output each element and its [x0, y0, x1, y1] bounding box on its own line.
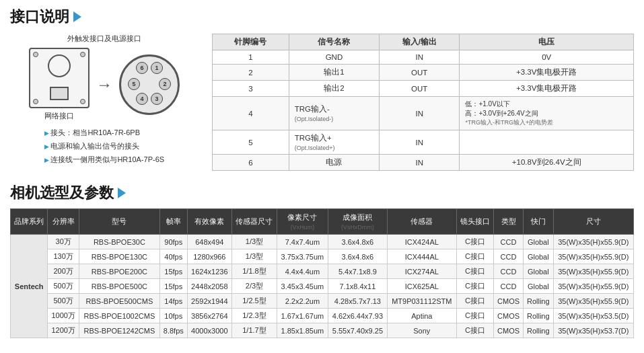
- cell: 1200万: [48, 323, 79, 338]
- cell: C接口: [456, 235, 493, 249]
- cell: RBS-BPOE200C: [79, 264, 159, 279]
- cell: 2448x2058: [187, 279, 231, 294]
- cell: 1000万: [48, 309, 79, 323]
- cell: Sony: [387, 323, 456, 338]
- col-lens: 镜头接口: [456, 209, 493, 235]
- cell: RBS-BPOE130C: [79, 249, 159, 264]
- table-row: 5 TRG输入+(Opt.Isolated+) IN: [213, 130, 634, 155]
- section2-title-arrow: [118, 188, 126, 198]
- page-wrapper: 接口说明 外触发接口及电源接口 网络接口 →: [0, 0, 644, 345]
- table-row: 200万RBS-BPOE200C15fps1624x12361/1.8型4.4x…: [11, 264, 634, 279]
- cell: 3.6x4.8x6: [328, 235, 387, 249]
- circular-connector: 1 6 2 5 3 4: [119, 54, 180, 115]
- table-row: 3 输出2 OUT +3.3V集电极开路: [213, 81, 634, 97]
- table-row: 130万RBS-BPOE130C40fps1280x9661/3型3.75x3.…: [11, 249, 634, 264]
- cell: 2592x1944: [187, 294, 231, 309]
- pin-col-io: 输入/输出: [380, 34, 460, 50]
- cell: 7.4x7.4um: [277, 235, 328, 249]
- pin-col-signal: 信号名称: [289, 34, 379, 50]
- screw-tl: [33, 52, 38, 57]
- cell: C接口: [456, 309, 493, 323]
- cell: ICX625AL: [387, 279, 456, 294]
- cell: C接口: [456, 279, 493, 294]
- bullet-item-1: 接头：相当HR10A-7R-6PB: [44, 126, 164, 140]
- col-shutter: 快门: [523, 209, 553, 235]
- section1-title-arrow: [73, 11, 81, 22]
- screw-tr: [80, 52, 85, 57]
- camera-box: [29, 48, 90, 108]
- table-row: 1200万RBS-BPOE1242CMS8.8fps4000x30001/1.7…: [11, 323, 634, 338]
- cell: 35(W)x35(H)x53.5(D): [553, 309, 633, 323]
- pin-col-voltage: 电压: [460, 34, 634, 50]
- pin-6: 6: [136, 62, 148, 74]
- cell: 1624x1236: [187, 264, 231, 279]
- cell: 1/3型: [232, 249, 277, 264]
- cell: ICX424AL: [387, 235, 456, 249]
- cell: 3.45x3.45um: [277, 279, 328, 294]
- table-row: 500万RBS-BPOE500C15fps2448x20582/3型3.45x3…: [11, 279, 634, 294]
- cell: RBS-BPOE1002CMS: [79, 309, 159, 323]
- cell: RBS-BPOE30C: [79, 235, 159, 249]
- cell: 4.62x6.44x7.93: [328, 309, 387, 323]
- cell: 15fps: [159, 279, 187, 294]
- pin-table: 针脚编号 信号名称 输入/输出 电压 1 GND IN 0V 2: [212, 34, 634, 171]
- cell: 130万: [48, 249, 79, 264]
- cell: 35(W)x35(H)x55.9(D): [553, 235, 633, 249]
- cell: 90fps: [159, 235, 187, 249]
- cell: 200万: [48, 264, 79, 279]
- cell: 1280x966: [187, 249, 231, 264]
- cell: C接口: [456, 264, 493, 279]
- cell: Aptina: [387, 309, 456, 323]
- cell: 35(W)x35(H)x55.9(D): [553, 249, 633, 264]
- section1-title: 接口说明: [10, 7, 634, 27]
- cell: 5.4x7.1x8.9: [328, 264, 387, 279]
- net-label: 网络接口: [44, 111, 74, 121]
- pin-layout: 1 6 2 5 3 4: [125, 61, 174, 109]
- product-table: 品牌系列 分辨率 型号 帧率 有效像素 传感器尺寸 像素尺寸(VxHum) 成像…: [10, 208, 634, 338]
- pin-4: 4: [136, 93, 148, 105]
- section1-heading: 接口说明: [10, 7, 69, 27]
- cell: 5.55x7.40x9.25: [328, 323, 387, 338]
- interface-section: 外触发接口及电源接口 网络接口 →: [10, 34, 634, 171]
- col-sensor: 传感器: [387, 209, 456, 235]
- table-row: 2 输出1 OUT +3.3V集电极开路: [213, 65, 634, 81]
- cell: 500万: [48, 279, 79, 294]
- screw-br: [80, 99, 85, 104]
- cell: 3.75x3.75um: [277, 249, 328, 264]
- pin-3: 3: [151, 93, 163, 105]
- col-sensor-size: 传感器尺寸: [232, 209, 277, 235]
- cell: 1.85x1.85um: [277, 323, 328, 338]
- cell: Global: [523, 235, 553, 249]
- cell: 1.67x1.67um: [277, 309, 328, 323]
- pin-2: 2: [159, 78, 171, 90]
- cell: MT9P031112STM: [387, 294, 456, 309]
- table-row: 6 电源 IN +10.8V到26.4V之间: [213, 155, 634, 171]
- diagram-row: 网络接口 → 1 6 2: [29, 48, 180, 121]
- cell: 1/2.5型: [232, 294, 277, 309]
- col-pixels: 有效像素: [187, 209, 231, 235]
- cell: RBS-BPOE500C: [79, 279, 159, 294]
- cell: Global: [523, 279, 553, 294]
- cell: 1/1.8型: [232, 264, 277, 279]
- cell: 1/2.3型: [232, 309, 277, 323]
- cell: 40fps: [159, 249, 187, 264]
- cell: 2/3型: [232, 279, 277, 294]
- cell: 7.1x8.4x11: [328, 279, 387, 294]
- section2-heading: 相机选型及参数: [10, 183, 114, 203]
- cell: 15fps: [159, 264, 187, 279]
- cell: C接口: [456, 323, 493, 338]
- cell: 35(W)x35(H)x55.9(D): [553, 279, 633, 294]
- cell: 3856x2764: [187, 309, 231, 323]
- cell: 14fps: [159, 294, 187, 309]
- cell: Rolling: [523, 309, 553, 323]
- cell: 4000x3000: [187, 323, 231, 338]
- cell: Rolling: [523, 294, 553, 309]
- table-row: 500万RBS-BPOE500CMS14fps2592x19441/2.5型2.…: [11, 294, 634, 309]
- arrow-right: →: [96, 75, 112, 94]
- cell: CCD: [494, 249, 524, 264]
- cell: Global: [523, 249, 553, 264]
- cell: ICX274AL: [387, 264, 456, 279]
- bullet-list: 接头：相当HR10A-7R-6PB 电源和输入输出信号的接头 连接线一侧用类似与…: [44, 126, 164, 166]
- cell: 35(W)x35(H)x53.7(D): [553, 323, 633, 338]
- table-row: 1000万RBS-BPOE1002CMS10fps3856x27641/2.3型…: [11, 309, 634, 323]
